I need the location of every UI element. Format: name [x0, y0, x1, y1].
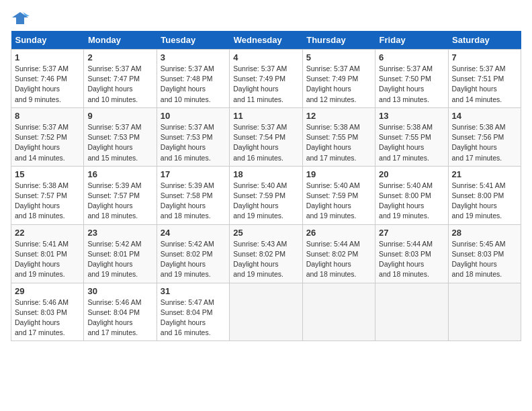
calendar-day-18: 18Sunrise: 5:40 AMSunset: 7:59 PMDayligh… — [230, 166, 302, 224]
calendar-day-empty — [448, 283, 521, 341]
calendar-day-2: 2Sunrise: 5:37 AMSunset: 7:47 PMDaylight… — [84, 50, 157, 108]
day-header-friday: Friday — [375, 31, 448, 50]
calendar-day-25: 25Sunrise: 5:43 AMSunset: 8:02 PMDayligh… — [230, 224, 302, 283]
calendar-day-9: 9Sunrise: 5:37 AMSunset: 7:53 PMDaylight… — [84, 107, 157, 166]
calendar-day-10: 10Sunrise: 5:37 AMSunset: 7:53 PMDayligh… — [157, 107, 229, 166]
calendar-day-23: 23Sunrise: 5:42 AMSunset: 8:01 PMDayligh… — [84, 224, 157, 283]
calendar-day-29: 29Sunrise: 5:46 AMSunset: 8:03 PMDayligh… — [11, 283, 84, 341]
calendar-day-empty — [302, 283, 375, 341]
calendar-week-3: 22Sunrise: 5:41 AMSunset: 8:01 PMDayligh… — [11, 224, 521, 283]
header — [11, 11, 521, 26]
calendar-day-14: 14Sunrise: 5:38 AMSunset: 7:56 PMDayligh… — [448, 107, 521, 166]
calendar-day-16: 16Sunrise: 5:39 AMSunset: 7:57 PMDayligh… — [84, 166, 157, 224]
calendar-week-2: 15Sunrise: 5:38 AMSunset: 7:57 PMDayligh… — [11, 166, 521, 224]
calendar-day-26: 26Sunrise: 5:44 AMSunset: 8:02 PMDayligh… — [302, 224, 375, 283]
calendar-day-empty — [230, 283, 302, 341]
calendar-day-3: 3Sunrise: 5:37 AMSunset: 7:48 PMDaylight… — [157, 50, 229, 108]
calendar-day-15: 15Sunrise: 5:38 AMSunset: 7:57 PMDayligh… — [11, 166, 84, 224]
calendar-day-6: 6Sunrise: 5:37 AMSunset: 7:50 PMDaylight… — [375, 50, 448, 108]
calendar-table: SundayMondayTuesdayWednesdayThursdayFrid… — [11, 31, 521, 341]
day-header-wednesday: Wednesday — [230, 31, 302, 50]
calendar-week-0: 1Sunrise: 5:37 AMSunset: 7:46 PMDaylight… — [11, 50, 521, 108]
calendar-day-30: 30Sunrise: 5:46 AMSunset: 8:04 PMDayligh… — [84, 283, 157, 341]
calendar-day-22: 22Sunrise: 5:41 AMSunset: 8:01 PMDayligh… — [11, 224, 84, 283]
calendar-day-7: 7Sunrise: 5:37 AMSunset: 7:51 PMDaylight… — [448, 50, 521, 108]
day-header-tuesday: Tuesday — [157, 31, 229, 50]
calendar-day-1: 1Sunrise: 5:37 AMSunset: 7:46 PMDaylight… — [11, 50, 84, 108]
calendar-day-28: 28Sunrise: 5:45 AMSunset: 8:03 PMDayligh… — [448, 224, 521, 283]
calendar-day-21: 21Sunrise: 5:41 AMSunset: 8:00 PMDayligh… — [448, 166, 521, 224]
calendar-day-12: 12Sunrise: 5:38 AMSunset: 7:55 PMDayligh… — [302, 107, 375, 166]
calendar-day-17: 17Sunrise: 5:39 AMSunset: 7:58 PMDayligh… — [157, 166, 229, 224]
calendar-week-4: 29Sunrise: 5:46 AMSunset: 8:03 PMDayligh… — [11, 283, 521, 341]
day-header-saturday: Saturday — [448, 31, 521, 50]
day-header-monday: Monday — [84, 31, 157, 50]
calendar-day-4: 4Sunrise: 5:37 AMSunset: 7:49 PMDaylight… — [230, 50, 302, 108]
day-header-sunday: Sunday — [11, 31, 84, 50]
day-headers-row: SundayMondayTuesdayWednesdayThursdayFrid… — [11, 31, 521, 50]
calendar-day-31: 31Sunrise: 5:47 AMSunset: 8:04 PMDayligh… — [157, 283, 229, 341]
day-header-thursday: Thursday — [302, 31, 375, 50]
calendar-day-19: 19Sunrise: 5:40 AMSunset: 7:59 PMDayligh… — [302, 166, 375, 224]
calendar-day-13: 13Sunrise: 5:38 AMSunset: 7:55 PMDayligh… — [375, 107, 448, 166]
logo — [11, 11, 32, 26]
calendar-day-20: 20Sunrise: 5:40 AMSunset: 8:00 PMDayligh… — [375, 166, 448, 224]
calendar-day-empty — [375, 283, 448, 341]
calendar-day-24: 24Sunrise: 5:42 AMSunset: 8:02 PMDayligh… — [157, 224, 229, 283]
calendar-day-11: 11Sunrise: 5:37 AMSunset: 7:54 PMDayligh… — [230, 107, 302, 166]
calendar-day-5: 5Sunrise: 5:37 AMSunset: 7:49 PMDaylight… — [302, 50, 375, 108]
logo-bird-icon — [11, 11, 30, 26]
calendar-day-27: 27Sunrise: 5:44 AMSunset: 8:03 PMDayligh… — [375, 224, 448, 283]
calendar-week-1: 8Sunrise: 5:37 AMSunset: 7:52 PMDaylight… — [11, 107, 521, 166]
calendar-day-8: 8Sunrise: 5:37 AMSunset: 7:52 PMDaylight… — [11, 107, 84, 166]
